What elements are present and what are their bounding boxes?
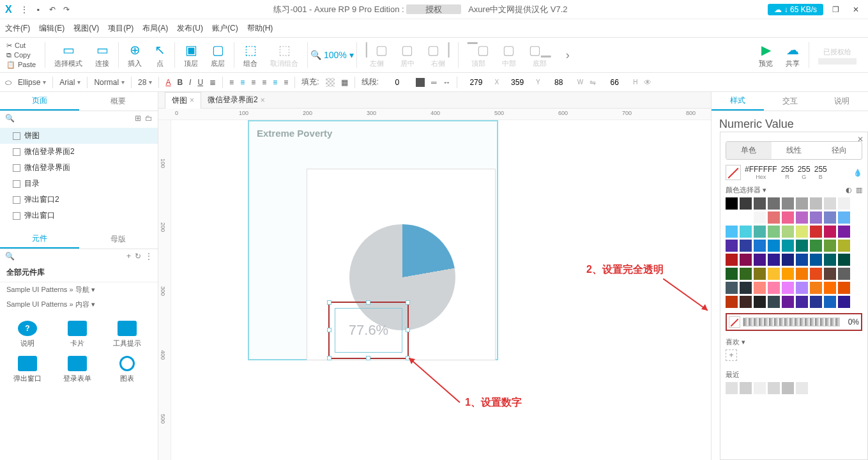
color-swatch[interactable] [726, 240, 738, 252]
color-tab-linear[interactable]: 线性 [772, 142, 817, 159]
page-item[interactable]: 微信登录界面 [0, 160, 158, 176]
lock-aspect-icon[interactable]: ⇋ [590, 78, 596, 87]
send-back-button[interactable]: ▢底层 [204, 38, 231, 72]
library-subsection-2[interactable]: Sample UI Patterns » 内容 ▾ [0, 297, 158, 312]
color-swatch[interactable] [726, 268, 738, 280]
resize-handle[interactable] [406, 300, 410, 305]
recent-color-swatch[interactable] [796, 382, 808, 394]
recent-color-swatch[interactable] [754, 382, 766, 394]
color-swatch[interactable] [810, 254, 822, 266]
valign-top-icon[interactable]: ≡ [262, 78, 266, 87]
color-swatch[interactable] [824, 268, 836, 280]
color-swatch[interactable] [796, 211, 808, 224]
shape-select[interactable]: Ellipse▾ [18, 78, 46, 87]
resize-handle[interactable] [327, 356, 331, 360]
align-center-button[interactable]: ▢居中 [394, 38, 421, 72]
bring-front-button[interactable]: ▣顶层 [178, 38, 204, 72]
color-swatch[interactable] [782, 226, 794, 238]
italic-button[interactable]: I [189, 78, 191, 87]
color-swatch[interactable] [754, 268, 766, 280]
menu-item[interactable]: 帮助(H) [247, 23, 273, 34]
recent-color-swatch[interactable] [782, 382, 794, 394]
line-width-input[interactable] [385, 78, 409, 87]
color-wheel-icon[interactable]: ◐ [846, 186, 852, 194]
color-swatch[interactable] [782, 282, 794, 294]
align-right-button[interactable]: ▢▕右侧 [421, 38, 455, 72]
menu-item[interactable]: 布局(A) [142, 23, 168, 34]
library-widget[interactable]: 图表 [102, 352, 152, 387]
color-swatch[interactable] [838, 226, 850, 238]
color-swatch[interactable] [726, 226, 738, 238]
underline-button[interactable]: U [197, 78, 203, 87]
color-swatch[interactable] [768, 226, 780, 238]
color-swatch[interactable] [796, 226, 808, 238]
ungroup-button[interactable]: ⬚取消组合 [264, 38, 305, 72]
add-page-icon[interactable]: ⊞ [135, 114, 141, 123]
tab-style[interactable]: 样式 [712, 92, 764, 111]
menu-item[interactable]: 项目(P) [108, 23, 133, 34]
library-subsection-1[interactable]: Sample UI Patterns » 导航 ▾ [0, 282, 158, 297]
color-swatch[interactable] [768, 282, 780, 294]
recent-color-swatch[interactable] [740, 382, 752, 394]
valign-bot-icon[interactable]: ≡ [284, 78, 288, 87]
preview-button[interactable]: ▶预览 [752, 38, 779, 72]
undo-icon[interactable]: ↶ [45, 3, 59, 17]
color-swatch[interactable] [782, 296, 794, 308]
x-input[interactable] [464, 78, 488, 87]
g-value[interactable]: 255 [798, 165, 811, 174]
color-swatch[interactable] [740, 240, 752, 252]
color-tab-radial[interactable]: 径向 [816, 142, 862, 159]
color-swatch[interactable] [824, 240, 836, 252]
color-swatch[interactable] [824, 226, 836, 238]
valign-bot-button[interactable]: ▢▁底部 [522, 38, 557, 72]
zoom-control[interactable]: 🔍 100% ▾ [310, 50, 354, 60]
hex-value[interactable]: #FFFFFF [745, 165, 777, 174]
color-swatch[interactable] [740, 211, 752, 224]
color-swatch[interactable] [782, 211, 794, 224]
font-color-icon[interactable]: A [165, 78, 171, 87]
no-fill-icon[interactable] [729, 316, 740, 328]
color-swatch[interactable] [740, 197, 752, 210]
library-widget[interactable]: 弹出窗口 [3, 352, 52, 387]
page-item[interactable]: 弹出窗口 [0, 208, 158, 224]
no-fill-swatch[interactable] [726, 165, 741, 180]
color-swatch[interactable] [726, 254, 738, 266]
library-title[interactable]: 全部元件库 [0, 263, 158, 282]
weight-select[interactable]: Normal▾ [94, 78, 125, 87]
valign-top-button[interactable]: ▔▢顶部 [461, 38, 496, 72]
stage[interactable]: Extreme Poverty 77.6% 1、设置数字 [171, 120, 711, 460]
color-swatch[interactable] [810, 197, 822, 210]
select-mode-button[interactable]: ▭选择模式 [48, 38, 89, 72]
page-item[interactable]: 目录 [0, 176, 158, 192]
color-swatch[interactable] [838, 254, 850, 266]
w-input[interactable] [547, 78, 571, 87]
selection-box[interactable]: 77.6% [328, 302, 409, 359]
insert-button[interactable]: ⊕插入 [121, 38, 148, 72]
alpha-value[interactable]: 0% [840, 318, 859, 326]
color-swatch[interactable] [838, 268, 850, 280]
color-swatch[interactable] [796, 254, 808, 266]
h-input[interactable] [602, 78, 627, 87]
color-swatch[interactable] [726, 211, 738, 224]
library-widget[interactable]: 登录表单 [52, 352, 102, 387]
bold-button[interactable]: B [177, 78, 183, 87]
add-folder-icon[interactable]: 🗀 [145, 114, 153, 123]
y-input[interactable] [505, 78, 529, 87]
color-swatch[interactable] [740, 254, 752, 266]
color-swatch[interactable] [782, 240, 794, 252]
connect-button[interactable]: ▭连接 [89, 38, 116, 72]
redo-icon[interactable]: ↷ [59, 3, 73, 17]
page-item[interactable]: 饼图 [0, 128, 158, 144]
menu-item[interactable]: 编辑(E) [39, 23, 65, 34]
tab-widgets[interactable]: 元件 [0, 230, 79, 249]
menu-item[interactable]: 文件(F) [5, 23, 30, 34]
color-swatch[interactable] [838, 240, 850, 252]
color-swatch[interactable] [838, 282, 850, 294]
color-swatch[interactable] [824, 197, 836, 210]
search-icon[interactable]: 🔍 [5, 114, 131, 123]
align-left-button[interactable]: ▏▢左侧 [360, 38, 394, 72]
library-widget[interactable]: 工具提示 [102, 317, 152, 352]
color-swatch[interactable] [754, 254, 766, 266]
color-swatch[interactable] [754, 240, 766, 252]
group-button[interactable]: ⬚组合 [237, 38, 264, 72]
